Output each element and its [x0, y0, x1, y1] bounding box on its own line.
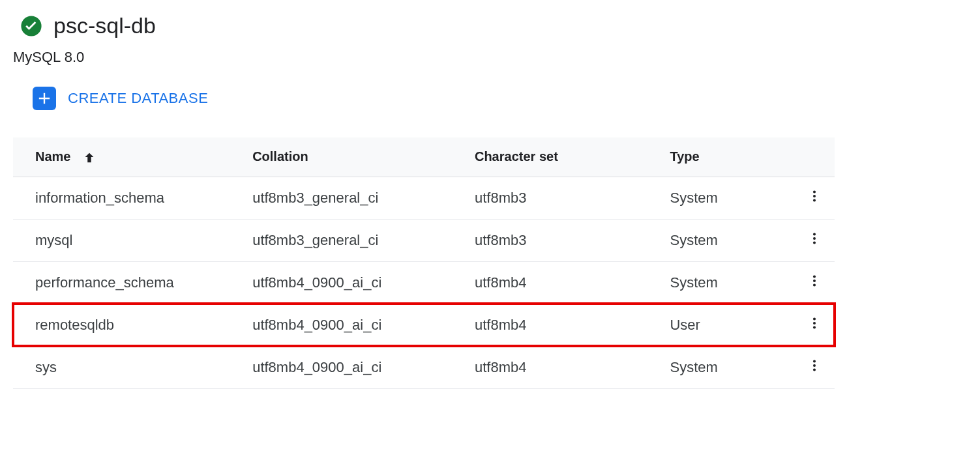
svg-point-2: [813, 195, 816, 197]
charset-cell: utf8mb3: [464, 177, 660, 219]
actions-cell: [794, 346, 835, 388]
actions-cell: [794, 219, 835, 261]
type-cell: System: [659, 346, 794, 388]
column-header-type[interactable]: Type: [659, 137, 794, 177]
database-name-cell: mysql: [13, 219, 242, 261]
database-name-cell: remotesqldb: [13, 304, 242, 346]
collation-cell: utf8mb4_0900_ai_ci: [242, 304, 464, 346]
more-vert-icon[interactable]: [807, 316, 822, 330]
column-header-charset[interactable]: Character set: [464, 137, 660, 177]
svg-point-1: [813, 190, 816, 193]
type-cell: System: [659, 261, 794, 304]
svg-point-6: [813, 241, 816, 244]
svg-point-10: [813, 317, 816, 320]
svg-point-7: [813, 275, 816, 278]
instance-title: psc-sql-db: [53, 13, 156, 38]
database-name-cell: sys: [13, 346, 242, 388]
more-vert-icon[interactable]: [807, 231, 822, 246]
instance-header: psc-sql-db: [0, 13, 980, 44]
column-header-collation[interactable]: Collation: [242, 137, 464, 177]
charset-cell: utf8mb3: [464, 219, 660, 261]
plus-icon: [33, 87, 56, 110]
databases-table: Name Collation Character set Type inform…: [13, 137, 835, 389]
collation-cell: utf8mb3_general_ci: [242, 177, 464, 219]
svg-point-11: [813, 322, 816, 324]
table-row: mysqlutf8mb3_general_ciutf8mb3System: [13, 219, 835, 261]
svg-point-8: [813, 280, 816, 282]
type-cell: System: [659, 219, 794, 261]
table-header-row: Name Collation Character set Type: [13, 137, 835, 177]
charset-cell: utf8mb4: [464, 261, 660, 304]
svg-point-13: [813, 360, 816, 362]
svg-point-14: [813, 364, 816, 367]
charset-cell: utf8mb4: [464, 346, 660, 388]
more-vert-icon[interactable]: [807, 274, 822, 288]
type-cell: User: [659, 304, 794, 346]
table-row: remotesqldbutf8mb4_0900_ai_ciutf8mb4User: [13, 304, 835, 346]
table-row: information_schemautf8mb3_general_ciutf8…: [13, 177, 835, 219]
column-header-name-label: Name: [35, 149, 70, 164]
database-name-cell: performance_schema: [13, 261, 242, 304]
svg-point-4: [813, 233, 816, 235]
table-row: performance_schemautf8mb4_0900_ai_ciutf8…: [13, 261, 835, 304]
actions-cell: [794, 177, 835, 219]
databases-table-container: Name Collation Character set Type inform…: [13, 137, 835, 389]
column-header-actions: [794, 137, 835, 177]
more-vert-icon[interactable]: [807, 189, 822, 203]
svg-point-5: [813, 237, 816, 240]
svg-point-9: [813, 283, 816, 286]
create-database-button[interactable]: CREATE DATABASE: [0, 87, 221, 110]
table-row: sysutf8mb4_0900_ai_ciutf8mb4System: [13, 346, 835, 388]
status-running-icon: [20, 14, 43, 38]
collation-cell: utf8mb4_0900_ai_ci: [242, 261, 464, 304]
sort-ascending-icon: [82, 151, 97, 165]
collation-cell: utf8mb4_0900_ai_ci: [242, 346, 464, 388]
actions-cell: [794, 304, 835, 346]
svg-point-15: [813, 368, 816, 371]
more-vert-icon[interactable]: [807, 358, 822, 373]
type-cell: System: [659, 177, 794, 219]
database-name-cell: information_schema: [13, 177, 242, 219]
create-database-label: CREATE DATABASE: [68, 90, 208, 107]
charset-cell: utf8mb4: [464, 304, 660, 346]
column-header-name[interactable]: Name: [13, 137, 242, 177]
database-version: MySQL 8.0: [0, 44, 980, 87]
svg-point-12: [813, 326, 816, 328]
collation-cell: utf8mb3_general_ci: [242, 219, 464, 261]
svg-point-3: [813, 199, 816, 201]
actions-cell: [794, 261, 835, 304]
